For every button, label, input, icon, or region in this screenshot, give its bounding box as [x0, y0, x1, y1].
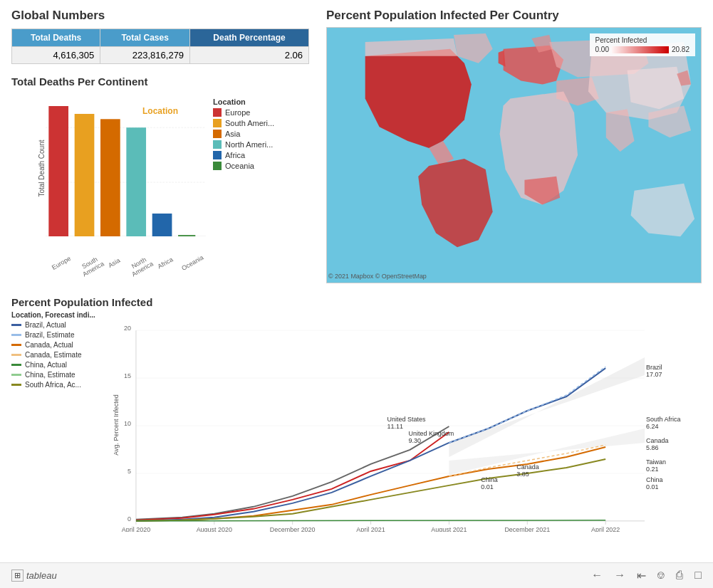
world-map-svg: © 2021 Mapbox © OpenStreetMap [327, 28, 701, 283]
col-deaths-header: Total Deaths [12, 29, 100, 47]
map-legend-gradient [612, 46, 669, 53]
svg-text:Taiwan: Taiwan [646, 458, 666, 466]
legend-brazil-actual: Brazil, Actual [11, 321, 111, 329]
total-deaths-value: 4,616,305 [12, 47, 100, 64]
map-legend-min: 0.00 [595, 46, 609, 53]
x-label-northamerica: NorthAmerica [127, 254, 155, 278]
total-cases-value: 223,816,279 [100, 47, 190, 64]
legend-label-china-actual: China, Actual [25, 361, 67, 369]
legend-brazil-estimate: Brazil, Estimate [11, 331, 111, 339]
legend-color-canada-estimate [11, 354, 21, 356]
map-legend-max: 20.82 [672, 46, 689, 53]
bottom-section: Percent Population Infected Location, Fo… [0, 292, 713, 562]
legend-canada-estimate: Canada, Estimate [11, 351, 111, 359]
line-chart-svg-container: 0 5 10 15 20 Avg. Percent Infected [111, 311, 702, 532]
tableau-text: tableau [26, 570, 57, 581]
svg-rect-11 [178, 235, 195, 236]
legend-color-africa [213, 151, 222, 159]
line-chart-area: Location, Forecast indi... Brazil, Actua… [11, 311, 702, 532]
line-legend-title: Location, Forecast indi... [11, 311, 111, 319]
legend-color-canada-actual [11, 344, 21, 346]
legend-item-southamerica: South Ameri... [213, 119, 309, 127]
svg-rect-7 [75, 114, 95, 236]
svg-text:0: 0 [127, 515, 131, 523]
legend-label-asia: Asia [225, 130, 240, 138]
footer-nav-icons[interactable]: ← → ⇤ ⎊ ⎙ □ [591, 569, 702, 582]
svg-text:August 2020: August 2020 [197, 526, 232, 532]
legend-label-southafrica-actual: South Africa, Ac... [25, 381, 81, 389]
svg-text:Brazil: Brazil [646, 364, 662, 371]
svg-text:April 2021: April 2021 [356, 526, 385, 532]
svg-text:9.30: 9.30 [408, 437, 420, 444]
map-title: Percent Population Infected Per Country [326, 9, 702, 23]
svg-text:South Africa: South Africa [646, 416, 680, 423]
legend-item-asia: Asia [213, 130, 309, 138]
download-icon[interactable]: ⎙ [676, 569, 683, 582]
svg-text:United Kingdom: United Kingdom [408, 430, 454, 437]
x-label-africa: Africa [157, 256, 178, 276]
x-label-europe: Europe [51, 255, 76, 278]
col-deathpct-header: Death Percentage [190, 29, 309, 47]
legend-item-northamerica: North Ameri... [213, 140, 309, 149]
svg-rect-6 [48, 106, 68, 236]
line-chart-svg: 0 5 10 15 20 Avg. Percent Infected [111, 311, 702, 532]
svg-text:0.01: 0.01 [481, 483, 493, 490]
svg-text:Canada: Canada [646, 437, 668, 444]
left-panel: Global Numbers Total Deaths Total Cases … [0, 0, 321, 295]
fullscreen-icon[interactable]: □ [694, 569, 702, 582]
legend-southafrica-actual: South Africa, Ac... [11, 381, 111, 389]
legend-color-china-actual [11, 364, 21, 366]
footer: ⊞ tableau ← → ⇤ ⎊ ⎙ □ [0, 562, 713, 588]
svg-text:20: 20 [124, 325, 131, 332]
legend-label-canada-actual: Canada, Actual [25, 341, 73, 349]
svg-text:Avg. Percent Infected: Avg. Percent Infected [113, 394, 120, 456]
share-icon[interactable]: ⎊ [657, 569, 665, 582]
map-legend-bar: 0.00 20.82 [595, 46, 690, 53]
svg-text:3.85: 3.85 [516, 471, 529, 478]
x-label-asia: Asia [108, 257, 125, 275]
tableau-logo: ⊞ tableau [11, 569, 57, 582]
bar-chart-area: Location Total Death Count 0K 500K 1000K [11, 90, 309, 275]
col-cases-header: Total Cases [100, 29, 190, 47]
legend-color-northamerica [213, 140, 222, 149]
legend-label-china-estimate: China, Estimate [25, 371, 76, 379]
first-icon[interactable]: ⇤ [637, 569, 646, 582]
legend-china-actual: China, Actual [11, 361, 111, 369]
legend-label-africa: Africa [225, 151, 245, 159]
legend-color-china-estimate [11, 374, 21, 376]
svg-text:6.24: 6.24 [646, 423, 658, 430]
legend-label-brazil-estimate: Brazil, Estimate [25, 331, 74, 339]
svg-rect-10 [152, 214, 172, 236]
legend-item-oceania: Oceania [213, 162, 309, 170]
legend-color-southafrica-actual [11, 384, 21, 386]
right-panel: Percent Population Infected Per Country … [321, 0, 713, 295]
legend-label-northamerica: North Ameri... [225, 140, 273, 149]
back-icon[interactable]: ← [591, 569, 603, 582]
death-pct-value: 2.06 [190, 47, 309, 64]
legend-title: Location [213, 98, 309, 106]
svg-text:15: 15 [124, 372, 131, 379]
legend-label-southamerica: South Ameri... [225, 119, 274, 127]
x-axis-labels: Europe SouthAmerica Asia NorthAmerica Af… [46, 257, 206, 274]
bar-chart-title: Total Deaths Per Continent [11, 75, 309, 88]
svg-text:0.21: 0.21 [646, 466, 658, 473]
svg-text:Canada: Canada [516, 463, 538, 471]
svg-text:August 2021: August 2021 [431, 526, 467, 532]
y-axis-label: Total Death Count [38, 140, 46, 196]
tableau-grid-icon: ⊞ [11, 569, 24, 582]
svg-text:5.86: 5.86 [646, 444, 658, 451]
svg-text:11.11: 11.11 [387, 423, 403, 430]
legend-color-southamerica [213, 119, 222, 127]
map-copyright: © 2021 Mapbox © OpenStreetMap [328, 273, 427, 280]
bar-chart-svg: 0K 500K 1000K [46, 106, 206, 236]
svg-text:China: China [481, 476, 497, 483]
svg-text:April 2020: April 2020 [122, 526, 150, 532]
svg-text:0.01: 0.01 [646, 483, 658, 490]
legend-china-estimate: China, Estimate [11, 371, 111, 379]
svg-text:China: China [646, 476, 662, 483]
legend-canada-actual: Canada, Actual [11, 341, 111, 349]
forward-icon[interactable]: → [614, 569, 625, 582]
svg-rect-8 [100, 119, 120, 236]
legend-label-europe: Europe [225, 108, 250, 117]
x-label-southamerica: SouthAmerica [78, 254, 105, 278]
